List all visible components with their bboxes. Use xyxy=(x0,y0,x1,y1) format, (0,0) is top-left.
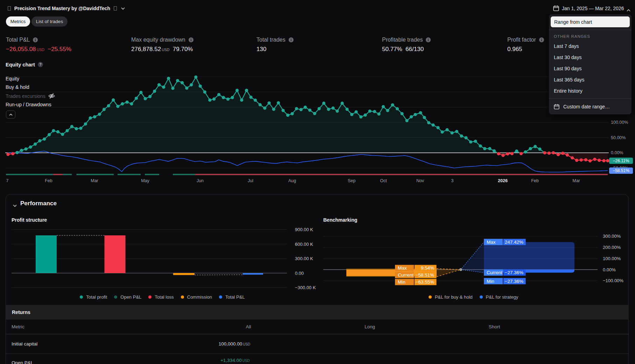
svg-text:9.54%: 9.54% xyxy=(421,265,434,271)
svg-text:100.00%: 100.00% xyxy=(603,256,621,261)
svg-text:−58.51%: −58.51% xyxy=(613,168,629,173)
svg-text:0.00%: 0.00% xyxy=(611,150,623,155)
svg-text:100.00%: 100.00% xyxy=(611,120,628,125)
svg-text:200.00%: 200.00% xyxy=(603,245,621,250)
svg-text:?: ? xyxy=(39,63,41,66)
svg-text:−26.11%: −26.11% xyxy=(613,158,629,163)
svg-text:Mar: Mar xyxy=(91,178,98,183)
svg-text:Min: Min xyxy=(487,279,494,284)
svg-text:−100.00%: −100.00% xyxy=(603,278,623,283)
svg-text:May: May xyxy=(141,178,149,183)
svg-text:247.42%: 247.42% xyxy=(505,240,523,245)
svg-text:Current: Current xyxy=(487,270,502,275)
svg-text:600.00 K: 600.00 K xyxy=(295,242,313,247)
svg-text:900.00 K: 900.00 K xyxy=(295,227,313,232)
svg-text:Max: Max xyxy=(487,240,496,245)
svg-text:−27.36%: −27.36% xyxy=(505,279,523,284)
svg-text:Sep: Sep xyxy=(348,178,355,183)
svg-text:Current: Current xyxy=(398,272,414,278)
svg-text:Jun: Jun xyxy=(197,178,204,183)
svg-text:Mar: Mar xyxy=(572,178,580,183)
svg-text:Oct: Oct xyxy=(380,178,387,183)
svg-text:300.00%: 300.00% xyxy=(603,234,621,239)
svg-text:−63.55%: −63.55% xyxy=(415,279,434,285)
svg-text:Jul: Jul xyxy=(248,178,253,183)
svg-text:Feb: Feb xyxy=(531,178,539,183)
svg-text:0.00: 0.00 xyxy=(295,271,304,276)
svg-text:Nov: Nov xyxy=(416,178,424,183)
svg-text:Feb: Feb xyxy=(45,178,52,183)
svg-text:2026: 2026 xyxy=(498,178,508,183)
svg-text:−58.51%: −58.51% xyxy=(415,272,434,278)
svg-text:−27.36%: −27.36% xyxy=(505,270,523,275)
svg-text:0.00%: 0.00% xyxy=(603,267,616,272)
svg-text:7: 7 xyxy=(6,178,9,183)
svg-text:3: 3 xyxy=(451,178,454,183)
svg-text:Max: Max xyxy=(398,265,407,271)
svg-text:Aug: Aug xyxy=(288,178,296,183)
svg-text:−300.00 K: −300.00 K xyxy=(295,285,316,290)
svg-text:300.00 K: 300.00 K xyxy=(295,256,313,261)
svg-text:50.00%: 50.00% xyxy=(611,135,626,140)
svg-text:Min: Min xyxy=(398,279,405,285)
